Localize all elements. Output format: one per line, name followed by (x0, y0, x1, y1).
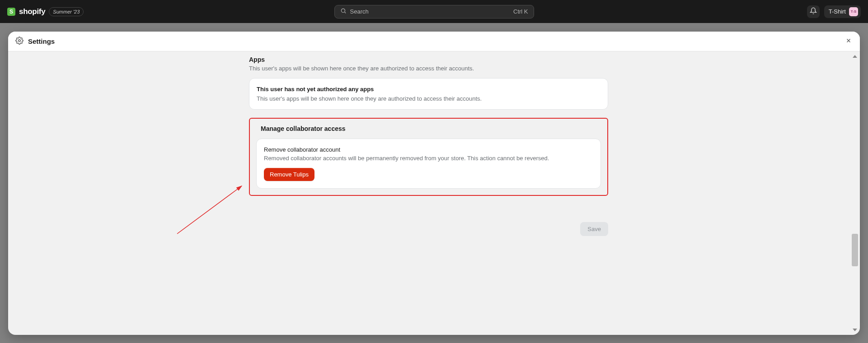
search-icon (340, 8, 347, 15)
manage-collaborator-highlight: Manage collaborator access Remove collab… (249, 118, 608, 196)
topbar-right: T-Shirt T-S (807, 5, 861, 18)
apps-section-subtext: This user's apps will be shown here once… (249, 65, 608, 72)
scroll-thumb[interactable] (852, 234, 858, 266)
search-shortcut: Ctrl K (513, 8, 528, 15)
close-button[interactable] (845, 37, 853, 46)
search-input[interactable]: Search Ctrl K (334, 5, 534, 19)
remove-collaborator-subtext: Removed collaborator accounts will be pe… (264, 155, 593, 162)
scroll-down-icon[interactable] (853, 329, 857, 331)
top-navigation-bar: S shopify Summer '23 Search Ctrl K T-Shi… (0, 0, 868, 23)
gear-icon (15, 37, 23, 46)
shopify-logo-icon[interactable]: S (7, 8, 15, 16)
close-icon (845, 37, 852, 46)
svg-point-2 (19, 39, 21, 42)
remove-collaborator-title: Remove collaborator account (264, 146, 593, 153)
logo-area: S shopify Summer '23 (7, 7, 84, 16)
content-area: Apps This user's apps will be shown here… (249, 56, 608, 196)
settings-body: Apps This user's apps will be shown here… (8, 51, 860, 335)
summer-badge: Summer '23 (49, 7, 84, 16)
shopify-logo-text[interactable]: shopify (19, 7, 45, 16)
remove-collaborator-card: Remove collaborator account Removed coll… (256, 139, 601, 189)
settings-header: Settings (8, 32, 860, 51)
notifications-button[interactable] (807, 5, 820, 18)
search-placeholder: Search (350, 8, 369, 15)
bell-icon (810, 7, 817, 16)
settings-title: Settings (28, 37, 55, 45)
settings-modal: Settings Apps This user's apps will be s… (8, 32, 860, 335)
svg-point-0 (341, 9, 345, 12)
apps-card-title: This user has not yet authorized any app… (257, 86, 601, 93)
apps-empty-card: This user has not yet authorized any app… (249, 78, 608, 110)
apps-section-heading: Apps (249, 56, 608, 63)
store-avatar: T-S (849, 7, 858, 16)
svg-line-1 (344, 12, 346, 14)
scroll-up-icon[interactable] (853, 55, 857, 58)
remove-collaborator-button[interactable]: Remove Tulips (264, 168, 314, 181)
apps-card-text: This user's apps will be shown here once… (257, 95, 601, 102)
store-name-label: T-Shirt (829, 8, 846, 15)
store-switcher-button[interactable]: T-Shirt T-S (824, 5, 861, 18)
collaborator-heading: Manage collaborator access (261, 125, 601, 132)
save-button[interactable]: Save (580, 222, 608, 236)
scrollbar[interactable] (852, 55, 858, 331)
